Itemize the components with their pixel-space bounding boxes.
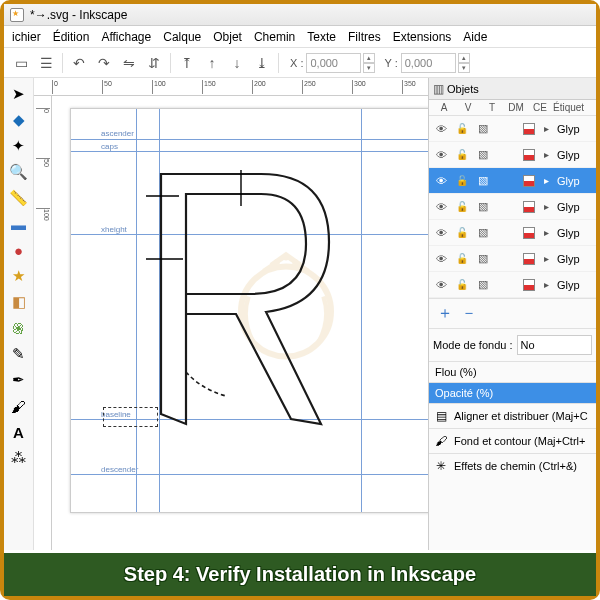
spiral-tool-icon[interactable]: ֍ — [7, 316, 31, 340]
menu-extensions[interactable]: Extensions — [389, 28, 456, 46]
path-effects-button[interactable]: ✳ Effets de chemin (Ctrl+&) — [429, 453, 596, 478]
visibility-icon[interactable] — [431, 145, 451, 165]
pencil-tool-icon[interactable]: ✎ — [7, 342, 31, 366]
visibility-icon[interactable] — [431, 197, 451, 217]
color-swatch[interactable] — [523, 123, 535, 135]
color-swatch[interactable] — [523, 227, 535, 239]
ellipse-tool-icon[interactable]: ● — [7, 238, 31, 262]
object-row[interactable]: Glyp — [429, 142, 596, 168]
object-name: Glyp — [557, 227, 594, 239]
rotate-cw-icon[interactable]: ↷ — [93, 52, 115, 74]
lock-icon[interactable] — [452, 197, 472, 217]
rect-tool-icon[interactable]: ▬ — [7, 212, 31, 236]
expand-icon[interactable] — [536, 171, 556, 191]
lower-bottom-icon[interactable]: ⤓ — [251, 52, 273, 74]
fill-stroke-button[interactable]: 🖌 Fond et contour (Maj+Ctrl+ — [429, 428, 596, 453]
expand-icon[interactable] — [536, 119, 556, 139]
menu-edit[interactable]: Édition — [49, 28, 94, 46]
expand-icon[interactable] — [536, 197, 556, 217]
blend-mode-label: Mode de fondu : — [433, 339, 513, 351]
zoom-tool-icon[interactable]: 🔍 — [7, 160, 31, 184]
document-icon — [10, 8, 24, 22]
menu-filters[interactable]: Filtres — [344, 28, 385, 46]
color-swatch[interactable] — [523, 279, 535, 291]
pen-tool-icon[interactable]: ✒ — [7, 368, 31, 392]
guide-descender[interactable] — [71, 474, 428, 475]
measure-tool-icon[interactable]: 📏 — [7, 186, 31, 210]
col-v: V — [457, 102, 479, 113]
spray-tool-icon[interactable]: ⁂ — [7, 446, 31, 470]
flip-h-icon[interactable]: ⇋ — [118, 52, 140, 74]
canvas-container: 0 50 100 150 200 250 300 350 0 50 100 — [34, 78, 428, 550]
rotate-ccw-icon[interactable]: ↶ — [68, 52, 90, 74]
star-tool-icon[interactable]: ★ — [7, 264, 31, 288]
visibility-icon[interactable] — [431, 171, 451, 191]
guide-ascender[interactable] — [71, 139, 428, 140]
blur-row[interactable]: Flou (%) — [429, 361, 596, 382]
object-row[interactable]: Glyp — [429, 168, 596, 194]
selector-tool-icon[interactable]: ➤ — [7, 82, 31, 106]
lock-icon[interactable] — [452, 119, 472, 139]
object-row[interactable]: Glyp — [429, 194, 596, 220]
visibility-icon[interactable] — [431, 223, 451, 243]
x-input[interactable] — [306, 53, 361, 73]
lock-icon[interactable] — [452, 275, 472, 295]
menu-file[interactable]: ichier — [8, 28, 45, 46]
lower-icon[interactable]: ↓ — [226, 52, 248, 74]
ruler-tick: 50 — [36, 158, 50, 167]
text-tool-icon[interactable]: A — [7, 420, 31, 444]
guide-label-caps: caps — [101, 142, 118, 151]
lock-icon[interactable] — [452, 223, 472, 243]
canvas[interactable]: ascender caps xheight baseline descender — [52, 96, 428, 550]
lock-icon[interactable] — [452, 171, 472, 191]
tweak-tool-icon[interactable]: ✦ — [7, 134, 31, 158]
select-all-layers-icon[interactable]: ☰ — [35, 52, 57, 74]
lock-icon[interactable] — [452, 145, 472, 165]
menu-text[interactable]: Texte — [303, 28, 340, 46]
color-swatch[interactable] — [523, 149, 535, 161]
menu-layer[interactable]: Calque — [159, 28, 205, 46]
color-swatch[interactable] — [523, 201, 535, 213]
titlebar: *→.svg - Inkscape — [4, 4, 596, 26]
raise-top-icon[interactable]: ⤒ — [176, 52, 198, 74]
expand-icon[interactable] — [536, 223, 556, 243]
3dbox-tool-icon[interactable]: ◧ — [7, 290, 31, 314]
menu-object[interactable]: Objet — [209, 28, 246, 46]
blend-mode-select[interactable]: No — [517, 335, 592, 355]
remove-layer-icon[interactable]: － — [461, 303, 477, 324]
object-row[interactable]: Glyp — [429, 272, 596, 298]
align-distribute-button[interactable]: ▤ Aligner et distribuer (Maj+C — [429, 403, 596, 428]
opacity-row[interactable]: Opacité (%) — [429, 382, 596, 403]
lock-icon[interactable] — [452, 249, 472, 269]
blend-mode-row: Mode de fondu : No — [429, 328, 596, 361]
add-layer-icon[interactable]: ＋ — [437, 303, 453, 324]
y-spinner[interactable]: ▴▾ — [458, 53, 470, 73]
glyph-path[interactable] — [131, 164, 371, 444]
expand-icon[interactable] — [536, 275, 556, 295]
flip-v-icon[interactable]: ⇵ — [143, 52, 165, 74]
object-row[interactable]: Glyp — [429, 220, 596, 246]
visibility-icon[interactable] — [431, 119, 451, 139]
layer-icon[interactable]: ▭ — [10, 52, 32, 74]
object-row[interactable]: Glyp — [429, 246, 596, 272]
ruler-tick: 150 — [202, 80, 216, 94]
menu-help[interactable]: Aide — [459, 28, 491, 46]
visibility-icon[interactable] — [431, 275, 451, 295]
expand-icon[interactable] — [536, 145, 556, 165]
menu-path[interactable]: Chemin — [250, 28, 299, 46]
raise-icon[interactable]: ↑ — [201, 52, 223, 74]
calligraphy-tool-icon[interactable]: 🖌 — [7, 394, 31, 418]
expand-icon[interactable] — [536, 249, 556, 269]
guide-caps[interactable] — [71, 151, 428, 152]
node-tool-icon[interactable]: ◆ — [7, 108, 31, 132]
x-spinner[interactable]: ▴▾ — [363, 53, 375, 73]
y-input[interactable] — [401, 53, 456, 73]
object-row[interactable]: Glyp — [429, 116, 596, 142]
color-swatch[interactable] — [523, 253, 535, 265]
type-icon — [473, 145, 493, 165]
color-swatch[interactable] — [523, 175, 535, 187]
object-name: Glyp — [557, 123, 594, 135]
visibility-icon[interactable] — [431, 249, 451, 269]
ruler-tick: 350 — [402, 80, 416, 94]
menu-view[interactable]: Affichage — [97, 28, 155, 46]
